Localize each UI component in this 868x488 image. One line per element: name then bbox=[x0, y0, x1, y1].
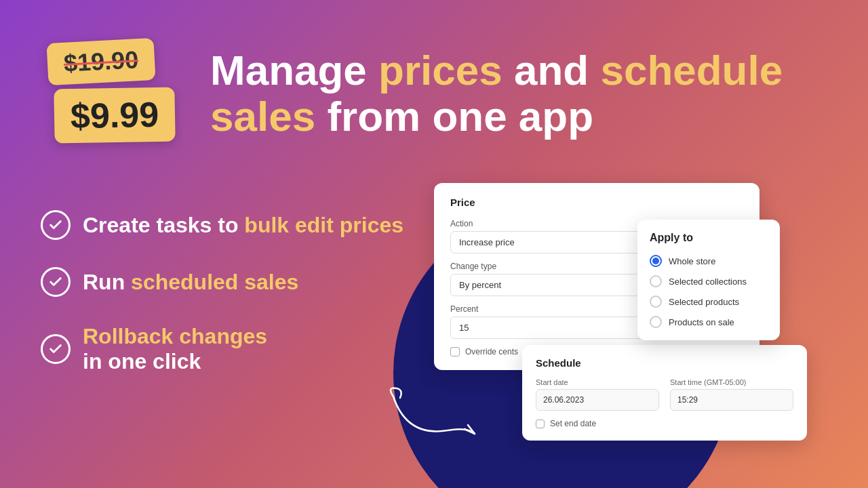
set-end-date-row: Set end date bbox=[536, 419, 793, 428]
start-date-label: Start date bbox=[536, 378, 659, 386]
feature-text-1: Create tasks to bulk edit prices bbox=[83, 213, 403, 238]
decorative-arrow bbox=[380, 383, 488, 444]
check-icon-2 bbox=[48, 274, 63, 289]
radio-item-selected-products[interactable]: Selected products bbox=[650, 296, 768, 308]
new-price-tag: $9.99 bbox=[54, 87, 176, 143]
main-heading: Manage prices and schedule sales from on… bbox=[210, 47, 834, 140]
schedule-card: Schedule Start date 26.06.2023 Start tim… bbox=[522, 345, 807, 441]
set-end-date-label: Set end date bbox=[550, 419, 596, 428]
radio-item-selected-collections[interactable]: Selected collections bbox=[650, 275, 768, 287]
set-end-date-checkbox[interactable] bbox=[536, 420, 545, 428]
check-icon-1 bbox=[48, 218, 63, 232]
check-circle-2 bbox=[41, 267, 71, 297]
start-date-field: Start date 26.06.2023 bbox=[536, 378, 659, 411]
radio-item-products-on-sale[interactable]: Products on sale bbox=[650, 316, 768, 328]
check-circle-1 bbox=[41, 210, 71, 240]
radio-outer-selected-products bbox=[650, 296, 662, 308]
heading-accent-schedule: schedule bbox=[600, 47, 783, 94]
old-price-tag: $19.90 bbox=[46, 38, 155, 85]
heading-line2: sales from one app bbox=[210, 93, 593, 140]
check-circle-3 bbox=[41, 334, 71, 364]
schedule-date-time-row: Start date 26.06.2023 Start time (GMT-05… bbox=[536, 378, 793, 411]
heading-accent-prices: prices bbox=[378, 47, 502, 94]
start-date-input[interactable]: 26.06.2023 bbox=[536, 389, 659, 411]
check-icon-3 bbox=[48, 342, 63, 357]
feature-accent-1: bulk edit prices bbox=[244, 213, 403, 237]
price-tags-container: $19.90 $9.99 bbox=[41, 41, 190, 176]
radio-outer-products-on-sale bbox=[650, 316, 662, 328]
radio-label-selected-collections: Selected collections bbox=[669, 277, 747, 287]
start-time-input[interactable]: 15:29 bbox=[670, 389, 793, 411]
radio-label-products-on-sale: Products on sale bbox=[669, 317, 734, 327]
radio-item-whole-store[interactable]: Whole store bbox=[650, 255, 768, 267]
feature-item-2: Run scheduled sales bbox=[41, 267, 403, 297]
schedule-title: Schedule bbox=[536, 357, 793, 369]
heading-line1: Manage prices and schedule bbox=[210, 47, 783, 94]
radio-label-selected-products: Selected products bbox=[669, 297, 739, 307]
price-card-title: Price bbox=[450, 197, 743, 208]
start-time-field: Start time (GMT-05:00) 15:29 bbox=[670, 378, 793, 411]
apply-to-title: Apply to bbox=[650, 232, 768, 244]
radio-inner-whole-store bbox=[652, 258, 659, 264]
apply-to-radio-group: Whole store Selected collections Selecte… bbox=[650, 255, 768, 328]
start-time-label: Start time (GMT-05:00) bbox=[670, 378, 793, 386]
heading-accent-sales: sales bbox=[210, 93, 315, 140]
feature-item-1: Create tasks to bulk edit prices bbox=[41, 210, 403, 240]
radio-label-whole-store: Whole store bbox=[669, 256, 715, 266]
apply-to-card: Apply to Whole store Selected collection… bbox=[637, 220, 780, 340]
feature-accent-2: scheduled sales bbox=[131, 270, 298, 294]
override-cents-label: Override cents bbox=[465, 347, 518, 357]
feature-text-2: Run scheduled sales bbox=[83, 270, 298, 295]
feature-item-3: Rollback changesin one click bbox=[41, 324, 403, 374]
features-list: Create tasks to bulk edit prices Run sch… bbox=[41, 210, 403, 374]
override-cents-checkbox[interactable] bbox=[450, 347, 460, 357]
feature-text-3: Rollback changesin one click bbox=[83, 324, 267, 374]
radio-outer-selected-collections bbox=[650, 275, 662, 287]
radio-outer-whole-store bbox=[650, 255, 662, 267]
feature-accent-3: Rollback changes bbox=[83, 324, 267, 348]
